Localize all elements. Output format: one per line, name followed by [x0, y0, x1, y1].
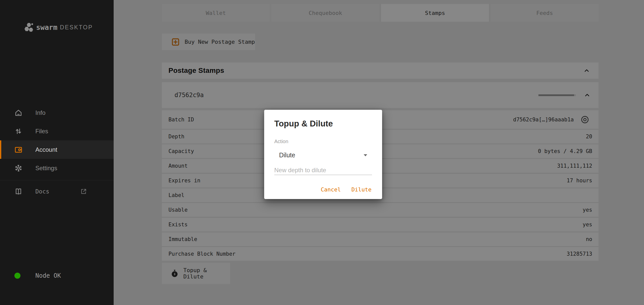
wallet-icon	[14, 146, 22, 154]
brand-suffix: DESKTOP	[60, 24, 93, 31]
swarm-logo: swarm DESKTOP	[24, 23, 93, 32]
brand-name: swarm	[36, 23, 57, 32]
sidebar-divider	[0, 180, 114, 180]
action-field-label: Action	[274, 139, 372, 144]
transfer-icon	[14, 127, 22, 135]
cancel-button[interactable]: Cancel	[320, 185, 341, 194]
node-status-dot	[14, 273, 20, 279]
dropdown-arrow-icon	[363, 153, 367, 156]
sidebar-item-files[interactable]: Files	[0, 122, 114, 140]
swarm-hexagon-icon	[24, 23, 33, 32]
sidebar-item-settings[interactable]: Settings	[0, 159, 114, 177]
sidebar-item-info[interactable]: Info	[0, 103, 114, 122]
node-status: Node OK	[14, 272, 61, 279]
sidebar-item-account[interactable]: Account	[0, 140, 114, 159]
book-icon	[14, 187, 22, 195]
sidebar-item-label: Docs	[35, 188, 49, 195]
sidebar-item-docs[interactable]: Docs	[0, 182, 114, 201]
gear-icon	[14, 164, 22, 172]
app-window: swarm DESKTOP Info Files Account	[0, 0, 644, 305]
dilute-confirm-button[interactable]: Dilute	[351, 185, 372, 194]
node-status-label: Node OK	[35, 272, 61, 279]
sidebar-item-label: Account	[35, 146, 57, 153]
sidebar-nav: Info Files Account	[0, 103, 114, 177]
external-link-icon	[80, 188, 87, 195]
dialog-title: Topup & Dilute	[274, 118, 372, 129]
sidebar-item-label: Files	[35, 128, 48, 135]
home-icon	[14, 109, 22, 117]
sidebar-item-label: Info	[35, 109, 45, 116]
action-select[interactable]: Dilute	[274, 151, 372, 159]
sidebar: swarm DESKTOP Info Files Account	[0, 0, 114, 305]
action-select-value: Dilute	[279, 151, 295, 159]
dialog-actions: Cancel Dilute	[274, 185, 372, 194]
topup-dilute-dialog: Topup & Dilute Action Dilute Cancel Dilu…	[264, 110, 382, 199]
sidebar-item-label: Settings	[35, 165, 57, 172]
new-depth-input[interactable]	[274, 166, 372, 175]
